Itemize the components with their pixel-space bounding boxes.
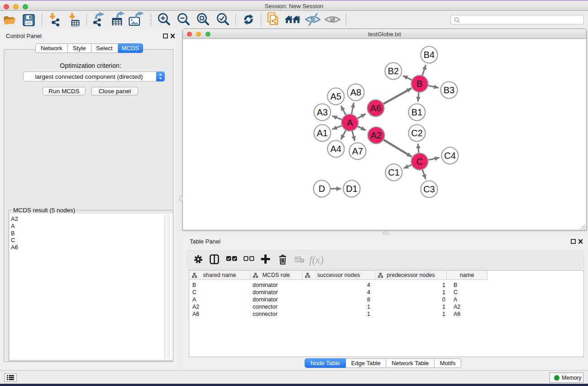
- svg-text:A7: A7: [352, 146, 363, 156]
- svg-text:C2: C2: [411, 128, 423, 138]
- svg-text:A3: A3: [317, 107, 328, 117]
- svg-text:C3: C3: [423, 184, 435, 194]
- svg-text:C4: C4: [444, 151, 456, 161]
- svg-text:B3: B3: [444, 85, 454, 95]
- svg-text:C1: C1: [388, 167, 400, 177]
- svg-text:f(x): f(x): [309, 254, 324, 266]
- svg-text:A6: A6: [370, 103, 381, 113]
- svg-text:A5: A5: [330, 91, 341, 101]
- svg-text:B1: B1: [411, 107, 422, 117]
- svg-text:B4: B4: [424, 50, 435, 60]
- svg-text:A1: A1: [317, 128, 328, 138]
- svg-text:A2: A2: [371, 130, 382, 140]
- svg-text:A: A: [347, 118, 353, 128]
- svg-text:B: B: [416, 79, 422, 89]
- svg-text:B2: B2: [388, 66, 399, 76]
- svg-text:D1: D1: [346, 184, 358, 194]
- svg-text:A4: A4: [330, 144, 341, 154]
- svg-text:D: D: [319, 184, 325, 194]
- svg-text:C: C: [416, 157, 423, 167]
- svg-text:A8: A8: [350, 87, 361, 97]
